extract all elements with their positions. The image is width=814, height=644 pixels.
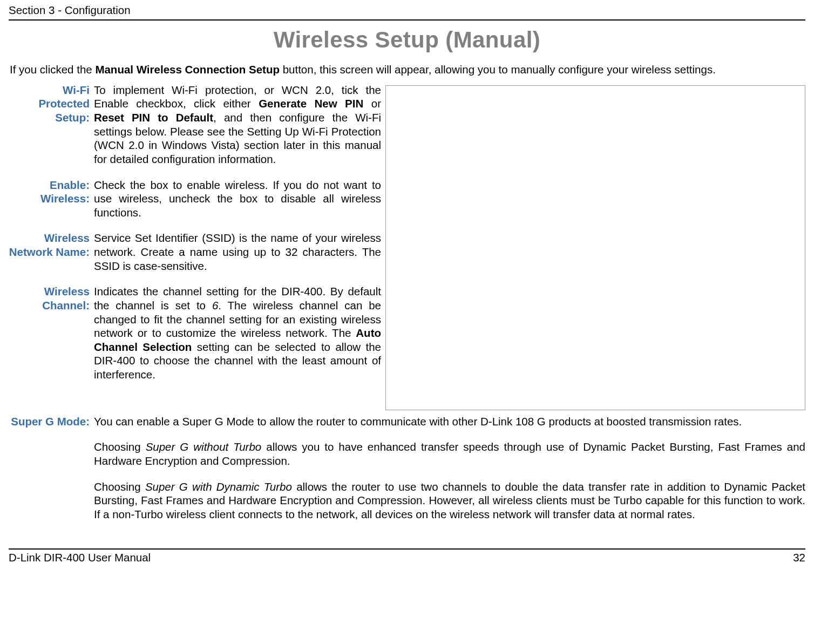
label-line1: Wireless xyxy=(44,285,90,297)
intro-bold: Manual Wireless Connection Setup xyxy=(95,63,280,76)
label-line2: Setup: xyxy=(55,111,90,124)
def-body: To implement Wi-Fi protection, or WCN 2.… xyxy=(94,83,381,166)
p3-i: Super G with Dynamic Turbo xyxy=(145,480,292,493)
def-label: Super G Mode: xyxy=(9,415,94,521)
page-title: Wireless Setup (Manual) xyxy=(9,26,805,55)
section-header: Section 3 - Configuration xyxy=(9,3,805,21)
intro-post: button, this screen will appear, allowin… xyxy=(280,63,716,76)
label-line1: Super G Mode: xyxy=(11,415,90,428)
intro-text: If you clicked the Manual Wireless Conne… xyxy=(10,63,805,77)
def-network-name: Wireless Network Name: Service Set Ident… xyxy=(9,231,381,273)
def-wifi-protected: Wi-Fi Protected Setup: To implement Wi-F… xyxy=(9,83,381,166)
def-body: Check the box to enable wireless. If you… xyxy=(94,178,381,220)
def-enable: Enable: Wireless: Check the box to enabl… xyxy=(9,178,381,220)
page-footer: D-Link DIR-400 User Manual 32 xyxy=(9,548,805,565)
superg-p2: Choosing Super G without Turbo allows yo… xyxy=(94,440,805,467)
router-screenshot xyxy=(385,85,805,410)
footer-left: D-Link DIR-400 User Manual xyxy=(9,551,151,565)
def-body: Service Set Identifier (SSID) is the nam… xyxy=(94,231,381,273)
superg-p1: You can enable a Super G Mode to allow t… xyxy=(94,415,805,429)
def-label: Enable: Wireless: xyxy=(9,178,94,220)
def-body: You can enable a Super G Mode to allow t… xyxy=(94,415,805,521)
label-line2: Network Name: xyxy=(9,246,90,258)
def-label: Wireless Network Name: xyxy=(9,231,94,273)
p2-pre: Choosing xyxy=(94,440,146,453)
p3-pre: Choosing xyxy=(94,480,145,493)
def-body: Indicates the channel setting for the DI… xyxy=(94,284,381,381)
def-label: Wi-Fi Protected Setup: xyxy=(9,83,94,166)
body-i: 6 xyxy=(212,299,218,311)
label-line1: Wireless xyxy=(44,232,90,244)
superg-p3: Choosing Super G with Dynamic Turbo allo… xyxy=(94,480,805,521)
footer-page-number: 32 xyxy=(793,551,805,565)
body-b1: Generate New PIN xyxy=(259,97,363,110)
p2-i: Super G without Turbo xyxy=(146,440,262,453)
label-line2: Wireless: xyxy=(40,192,90,205)
def-channel: Wireless Channel: Indicates the channel … xyxy=(9,284,381,381)
label-line2: Channel: xyxy=(42,299,90,311)
label-line1: Wi-Fi Protected xyxy=(38,84,90,110)
def-label: Wireless Channel: xyxy=(9,284,94,381)
intro-pre: If you clicked the xyxy=(10,63,95,76)
body-b2: Reset PIN to Default xyxy=(94,111,213,124)
body-mid1: or xyxy=(363,97,381,110)
def-super-g: Super G Mode: You can enable a Super G M… xyxy=(9,415,805,521)
label-line1: Enable: xyxy=(50,179,90,191)
